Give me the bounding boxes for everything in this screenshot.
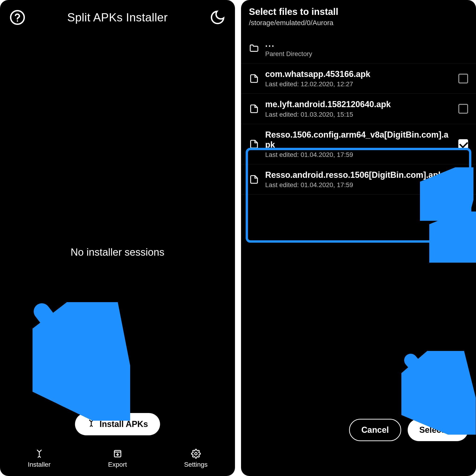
checkbox-checked[interactable] (458, 174, 468, 184)
annotation-arrow (429, 211, 476, 263)
file-meta: Last edited: 12.02.2020, 12:27 (265, 80, 452, 88)
empty-state-text: No installer sessions (0, 246, 235, 258)
file-picker-header: Select files to install /storage/emulate… (241, 0, 476, 33)
annotation-arrow (33, 302, 130, 421)
picker-title: Select files to install (249, 6, 468, 17)
nav-label: Settings (184, 461, 207, 468)
nav-installer[interactable]: Installer (0, 441, 78, 476)
file-meta: Last edited: 01.04.2020, 17:59 (265, 151, 452, 158)
folder-icon (249, 43, 259, 53)
file-row[interactable]: me.lyft.android.1582120640.apkLast edite… (241, 94, 476, 124)
install-apks-button[interactable]: Install APKs (75, 413, 160, 435)
parent-directory-row[interactable]: ... Parent Directory (241, 33, 476, 64)
file-meta: Last edited: 01.04.2020, 17:59 (265, 181, 452, 189)
svg-point-3 (195, 453, 197, 455)
file-name: Resso.android.resso.1506[DigitBin.com].a… (265, 170, 452, 180)
merge-icon (87, 419, 95, 429)
nav-label: Installer (28, 461, 51, 468)
cancel-button[interactable]: Cancel (349, 419, 401, 441)
svg-point-1 (17, 20, 18, 22)
nav-export[interactable]: Export (78, 441, 157, 476)
bottom-nav: Installer Export Settings (0, 441, 235, 476)
svg-point-0 (11, 11, 24, 24)
help-icon[interactable] (9, 9, 26, 26)
file-icon (249, 139, 259, 149)
file-icon (249, 73, 259, 84)
file-meta: Last edited: 01.03.2020, 15:15 (265, 111, 452, 118)
file-row[interactable]: Resso.1506.config.arm64_v8a[DigitBin.com… (241, 124, 476, 164)
picker-actions: Cancel Select (2) (349, 419, 468, 441)
file-icon (249, 174, 259, 185)
checkbox-checked[interactable] (458, 139, 468, 149)
app-bar: Split APKs Installer (0, 0, 235, 35)
file-row[interactable]: Resso.android.resso.1506[DigitBin.com].a… (241, 164, 476, 195)
file-name: Resso.1506.config.arm64_v8a[DigitBin.com… (265, 130, 452, 150)
nav-label: Export (108, 461, 127, 468)
file-row[interactable]: com.whatsapp.453166.apkLast edited: 12.0… (241, 64, 476, 94)
nav-settings[interactable]: Settings (157, 441, 235, 476)
install-button-label: Install APKs (100, 419, 148, 429)
right-screen: Select files to install /storage/emulate… (241, 0, 476, 476)
file-icon (249, 104, 259, 114)
file-name: me.lyft.android.1582120640.apk (265, 99, 452, 109)
parent-label: Parent Directory (265, 50, 468, 58)
app-title: Split APKs Installer (67, 11, 168, 24)
parent-dots: ... (265, 39, 468, 49)
picker-path: /storage/emulated/0/Aurora (249, 19, 468, 27)
checkbox[interactable] (458, 74, 468, 84)
select-button[interactable]: Select (2) (408, 419, 468, 441)
dark-mode-icon[interactable] (209, 9, 226, 26)
left-screen: Split APKs Installer No installer sessio… (0, 0, 235, 476)
checkbox[interactable] (458, 104, 468, 114)
file-name: com.whatsapp.453166.apk (265, 69, 452, 79)
